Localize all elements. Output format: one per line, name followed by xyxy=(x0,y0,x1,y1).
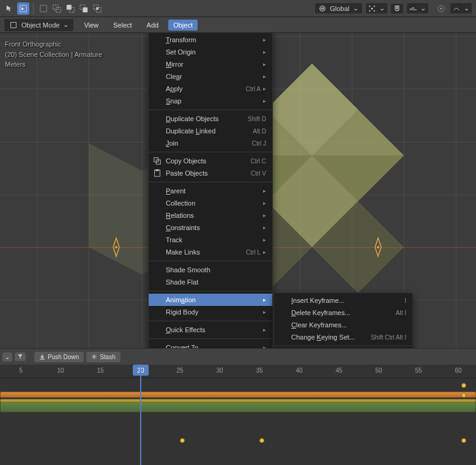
snowflake-icon xyxy=(91,354,97,360)
select-menu[interactable]: Select xyxy=(108,20,137,31)
menu-separator xyxy=(149,152,272,152)
menu-duplicate-linked[interactable]: Duplicate LinkedAlt D xyxy=(149,125,272,137)
submenu-clear-keyframes[interactable]: Clear Keyframes... xyxy=(274,319,412,331)
svg-point-12 xyxy=(371,7,373,9)
overlay-line2: (20) Scene Collection | Armature xyxy=(5,50,102,60)
add-menu[interactable]: Add xyxy=(142,20,164,31)
menu-shade-flat[interactable]: Shade Flat xyxy=(149,276,272,288)
svg-point-29 xyxy=(377,246,379,248)
menu-set-origin[interactable]: Set Origin▸ xyxy=(149,46,272,58)
viewport-toolbar: Global ⌄ ⌄ ⌄ ⌄ xyxy=(0,0,476,17)
ruler-tick: 35 xyxy=(256,367,262,374)
overlay-line1: Front Orthographic xyxy=(5,39,102,50)
submenu-change-keying-set[interactable]: Change Keying Set...Shift Ctrl Alt I xyxy=(274,331,412,343)
svg-point-16 xyxy=(374,10,375,11)
viewport-3d[interactable]: Front Orthographic (20) Scene Collection… xyxy=(0,33,476,348)
ruler-tick: 60 xyxy=(455,367,461,374)
copy-icon xyxy=(152,156,162,166)
select-tool-icon[interactable] xyxy=(17,2,29,15)
menu-apply[interactable]: ApplyCtrl A▸ xyxy=(149,83,272,95)
menu-convert-to[interactable]: Convert To▸ xyxy=(149,341,272,348)
menu-copy-objects[interactable]: Copy ObjectsCtrl C xyxy=(149,155,272,167)
menu-quick-effects[interactable]: Quick Effects▸ xyxy=(149,324,272,336)
ruler-tick: 5 xyxy=(19,367,23,374)
select-extend-icon[interactable] xyxy=(51,2,63,15)
menu-clear[interactable]: Clear▸ xyxy=(149,70,272,83)
keyframe[interactable] xyxy=(180,438,185,443)
keyframe[interactable] xyxy=(461,393,466,398)
menu-mirror[interactable]: Mirror▸ xyxy=(149,58,272,70)
timeline-ruler[interactable]: 20 5 10 15 20 25 30 35 40 45 50 55 60 xyxy=(0,365,476,378)
track-row[interactable] xyxy=(0,392,476,398)
push-down-icon xyxy=(39,354,45,360)
menu-collection[interactable]: Collection▸ xyxy=(149,197,272,209)
menu-transform[interactable]: Transform▸ xyxy=(149,34,272,46)
svg-point-15 xyxy=(369,10,370,11)
submenu-insert-keyframe[interactable]: Insert Keyframe...I xyxy=(274,294,412,307)
pivot-icon xyxy=(368,5,376,12)
select-box-icon[interactable] xyxy=(37,2,50,15)
svg-rect-7 xyxy=(83,7,87,12)
ruler-tick: 55 xyxy=(415,367,422,374)
chevron-down-icon: ⌄ xyxy=(379,4,385,12)
globe-icon xyxy=(319,5,326,12)
track-row[interactable] xyxy=(0,382,476,389)
pivot-dropdown[interactable]: ⌄ xyxy=(365,2,388,14)
menu-relations[interactable]: Relations▸ xyxy=(149,209,272,221)
chevron-down-icon: ⌄ xyxy=(420,4,426,12)
cursor-tool-icon[interactable] xyxy=(4,2,16,15)
track-row[interactable] xyxy=(0,399,476,412)
menu-animation[interactable]: Animation▸ xyxy=(149,294,272,306)
object-menu[interactable]: Object xyxy=(168,20,198,31)
stash-button[interactable]: Stash xyxy=(86,352,121,362)
submenu-delete-keyframes[interactable]: Delete Keyframes...Alt I xyxy=(274,307,412,319)
select-intersect-icon[interactable] xyxy=(91,2,103,15)
proportional-falloff-dropdown[interactable]: ⌄ xyxy=(450,2,472,14)
menu-duplicate-objects[interactable]: Duplicate ObjectsShift D xyxy=(149,113,272,125)
snap-dropdown[interactable]: ⌄ xyxy=(406,2,429,14)
toolbar-center: Global ⌄ ⌄ ⌄ xyxy=(314,2,429,14)
orientation-dropdown[interactable]: Global ⌄ xyxy=(314,2,363,14)
svg-rect-19 xyxy=(11,22,17,28)
keyframe[interactable] xyxy=(461,438,466,443)
keyframe[interactable] xyxy=(259,438,264,443)
increment-icon xyxy=(409,5,417,12)
menu-rigid-body[interactable]: Rigid Body▸ xyxy=(149,306,272,318)
menu-paste-objects[interactable]: Paste ObjectsCtrl V xyxy=(149,167,272,179)
svg-rect-35 xyxy=(155,169,158,171)
menu-make-links[interactable]: Make LinksCtrl L▸ xyxy=(149,246,272,258)
menu-track[interactable]: Track▸ xyxy=(149,234,272,246)
view-menu[interactable]: View xyxy=(79,20,103,31)
keyframe[interactable] xyxy=(461,383,466,388)
push-down-button[interactable]: Push Down xyxy=(34,352,84,362)
chevron-down-icon: ⌄ xyxy=(464,4,469,12)
select-subtract-icon[interactable] xyxy=(64,2,76,15)
chevron-down-icon: ⌄ xyxy=(353,4,359,12)
menu-separator xyxy=(274,346,412,346)
menu-shade-smooth[interactable]: Shade Smooth xyxy=(149,264,272,276)
menu-snap[interactable]: Snap▸ xyxy=(149,95,272,107)
orientation-label: Global xyxy=(330,5,349,12)
viewport-header: Object Mode ⌄ View Select Add Object xyxy=(0,17,476,33)
menu-separator xyxy=(149,291,272,291)
svg-point-18 xyxy=(440,7,442,10)
snap-toggle[interactable] xyxy=(390,3,404,14)
timeline-header: ⌄ Push Down Stash xyxy=(0,349,476,365)
ruler-tick: 50 xyxy=(375,367,382,374)
select-invert-icon[interactable] xyxy=(78,2,90,15)
menu-constraints[interactable]: Constraints▸ xyxy=(149,221,272,234)
menu-parent[interactable]: Parent▸ xyxy=(149,185,272,197)
chevron-down-icon: ⌄ xyxy=(63,21,69,29)
track-row[interactable] xyxy=(0,437,476,444)
mode-dropdown[interactable]: Object Mode ⌄ xyxy=(4,18,74,32)
nla-strip[interactable] xyxy=(0,392,476,398)
object-context-menu: Transform▸ Set Origin▸ Mirror▸ Clear▸ Ap… xyxy=(148,33,273,348)
mode-label: Object Mode xyxy=(21,21,59,29)
menu-join[interactable]: JoinCtrl J xyxy=(149,137,272,149)
proportional-edit-icon[interactable] xyxy=(435,2,447,15)
timeline-tracks[interactable] xyxy=(0,378,476,452)
timeline-filter-icon[interactable] xyxy=(15,352,26,361)
overlay-line3: Meters xyxy=(5,59,102,70)
svg-point-13 xyxy=(369,6,370,7)
timeline-collapse-icon[interactable]: ⌄ xyxy=(2,352,12,362)
